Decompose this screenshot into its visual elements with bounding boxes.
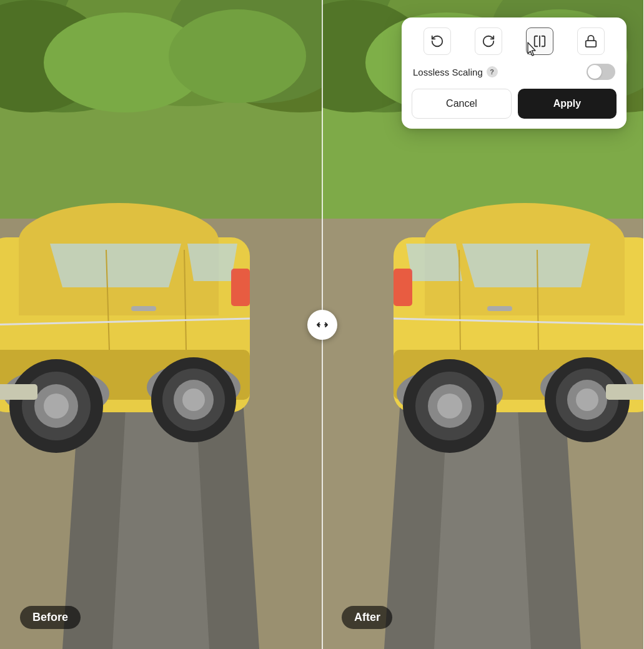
- toolbar-panel: Lossless Scaling ? Cancel Apply: [402, 17, 627, 129]
- rotate-left-button[interactable]: [424, 27, 451, 55]
- split-handle[interactable]: [307, 310, 337, 340]
- svg-point-26: [182, 389, 205, 411]
- svg-rect-62: [487, 306, 512, 311]
- svg-point-59: [576, 389, 598, 411]
- svg-point-22: [44, 394, 69, 419]
- lossless-scaling-label: Lossless Scaling ?: [413, 66, 498, 77]
- svg-point-7: [169, 9, 306, 103]
- before-label: Before: [20, 606, 81, 629]
- lossless-scaling-toggle[interactable]: [587, 64, 615, 80]
- toggle-knob: [588, 65, 602, 79]
- before-image: [0, 0, 322, 649]
- svg-rect-64: [394, 269, 412, 306]
- toolbar-icons-row: [412, 27, 617, 55]
- cancel-button[interactable]: Cancel: [412, 89, 512, 119]
- svg-rect-31: [231, 269, 250, 306]
- svg-marker-14: [50, 244, 181, 287]
- help-icon[interactable]: ?: [487, 66, 498, 77]
- action-buttons-row: Cancel Apply: [412, 89, 617, 119]
- svg-rect-32: [0, 384, 37, 400]
- svg-marker-48: [406, 244, 462, 281]
- crop-button[interactable]: [577, 27, 605, 55]
- after-label: After: [342, 606, 392, 629]
- flip-button[interactable]: [526, 27, 553, 55]
- svg-marker-15: [187, 244, 237, 281]
- image-comparison: Before After: [0, 0, 644, 649]
- svg-marker-47: [462, 244, 590, 287]
- rotate-right-button[interactable]: [475, 27, 502, 55]
- svg-point-55: [437, 394, 462, 419]
- svg-rect-67: [586, 41, 597, 47]
- lossless-scaling-row: Lossless Scaling ?: [412, 64, 617, 80]
- apply-button[interactable]: Apply: [518, 89, 617, 119]
- svg-rect-29: [131, 306, 156, 311]
- svg-rect-65: [606, 384, 643, 400]
